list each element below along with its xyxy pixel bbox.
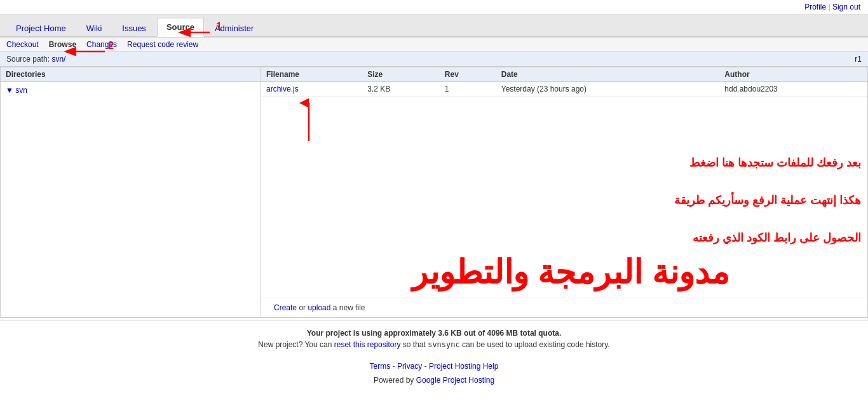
- tab-project-home[interactable]: Project Home: [6, 19, 76, 37]
- google-project-hosting-link[interactable]: Google Project Hosting: [416, 376, 494, 385]
- arabic-line-2: هكذا إنتهت عملية الرفع وسأريكم طريقة: [280, 191, 861, 210]
- source-path-link[interactable]: svn/: [51, 55, 65, 64]
- tab-wiki[interactable]: Wiki: [77, 19, 112, 37]
- col-date: Date: [496, 67, 720, 82]
- subnav-changes[interactable]: Changes: [86, 40, 117, 49]
- reset-link[interactable]: reset this repository: [334, 340, 401, 349]
- arabic-line-1: بعد رفعك للملفات ستجدها هنا اضغط: [280, 154, 861, 172]
- col-rev: Rev: [440, 67, 496, 82]
- col-filename: Filename: [261, 67, 362, 82]
- footer-links: Terms - Privacy - Project Hosting Help: [0, 357, 868, 376]
- privacy-link[interactable]: Privacy: [397, 362, 422, 371]
- source-path-label: Source path:: [6, 55, 50, 64]
- terms-link[interactable]: Terms: [370, 362, 391, 371]
- directories-header: Directories: [1, 67, 261, 82]
- create-link[interactable]: Create: [274, 303, 297, 312]
- table-row: archive.js 3.2 KB 1 Yesterday (23 hours …: [261, 82, 867, 97]
- subnav-request-code-review[interactable]: Request code review: [127, 40, 198, 49]
- arabic-annotation: بعد رفعك للملفات ستجدها هنا اضغط هكذا إن…: [280, 154, 861, 247]
- col-size: Size: [362, 67, 440, 82]
- footer-quota: Your project is using approximately 3.6 …: [0, 320, 868, 357]
- arabic-line-3: الحصول على رابط الكود الذي رفعته: [280, 229, 861, 247]
- can-be-text: can be used to upload existing code hist…: [462, 340, 610, 349]
- subnav-checkout[interactable]: Checkout: [6, 40, 39, 49]
- new-file-suffix: a new file: [333, 303, 365, 312]
- profile-link[interactable]: Profile: [804, 3, 826, 11]
- quota-text: Your project is using approximately 3.6 …: [307, 329, 562, 338]
- subnav-wrapper: Checkout Browse Changes Request code rev…: [0, 38, 868, 52]
- create-upload-line: Create or upload a new file: [261, 298, 867, 317]
- files-panel: Filename Size Rev Date Author archive.js…: [261, 67, 867, 317]
- project-hosting-help-link[interactable]: Project Hosting Help: [429, 362, 498, 371]
- annotation-row: بعد رفعك للملفات ستجدها هنا اضغط هكذا إن…: [261, 97, 867, 298]
- sub-nav: Checkout Browse Changes Request code rev…: [0, 38, 868, 52]
- so-that-text: so that: [403, 340, 426, 349]
- col-author: Author: [719, 67, 867, 82]
- file-author: hdd.abdou2203: [719, 82, 867, 97]
- directories-panel: Directories ▼ svn: [1, 67, 261, 317]
- or-text: or: [299, 303, 306, 312]
- top-bar: Profile | Sign out: [0, 0, 868, 15]
- up-arrow-annotation: [299, 97, 318, 148]
- dash2: -: [424, 362, 427, 371]
- directories-content: ▼ svn: [1, 82, 261, 99]
- dash1: -: [393, 362, 395, 371]
- tab-issues[interactable]: Issues: [112, 19, 156, 37]
- files-table: Filename Size Rev Date Author archive.js…: [261, 67, 867, 298]
- svnsync-text: svnsync: [428, 340, 460, 349]
- revision-link[interactable]: r1: [855, 55, 862, 64]
- file-rev: 1: [440, 82, 496, 97]
- file-size: 3.2 KB: [362, 82, 440, 97]
- subnav-browse[interactable]: Browse: [49, 40, 76, 49]
- upload-link[interactable]: upload: [308, 303, 330, 312]
- nav-tabs: Project Home Wiki Issues Source Administ…: [0, 15, 868, 38]
- signout-link[interactable]: Sign out: [832, 3, 860, 11]
- tab-administer[interactable]: Administer: [205, 19, 263, 37]
- big-arabic-text: مدونة البرمجة والتطوير: [280, 253, 861, 291]
- main-content: Directories ▼ svn Filename Size Rev Date…: [0, 67, 868, 318]
- powered-by-text: Powered by: [374, 376, 414, 385]
- tabs-wrapper: Project Home Wiki Issues Source Administ…: [0, 15, 868, 38]
- dir-svn[interactable]: ▼ svn: [6, 85, 255, 96]
- file-archive-js[interactable]: archive.js: [266, 85, 299, 93]
- new-project-text: New project? You can: [258, 340, 332, 349]
- tab-source[interactable]: Source: [157, 18, 204, 37]
- footer-powered: Powered by Google Project Hosting: [0, 376, 868, 392]
- source-path-bar: Source path: svn/ r1: [0, 52, 868, 67]
- file-date: Yesterday (23 hours ago): [496, 82, 720, 97]
